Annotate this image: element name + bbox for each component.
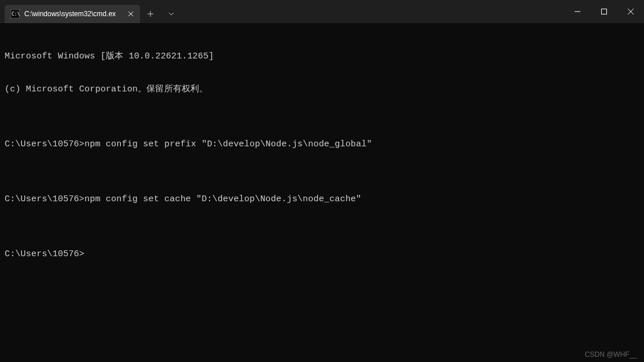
tab-strip: C:\ C:\windows\system32\cmd.ex — [0, 0, 140, 23]
watermark: CSDN @WHF__ — [585, 350, 637, 359]
minimize-button[interactable] — [564, 0, 591, 23]
maximize-button[interactable] — [591, 0, 617, 23]
terminal-prompt: C:\Users\10576> — [5, 249, 639, 260]
terminal-line: C:\Users\10576>npm config set prefix "D:… — [5, 139, 639, 150]
close-window-button[interactable] — [617, 0, 644, 23]
tab-title: C:\windows\system32\cmd.ex — [24, 10, 124, 18]
tab-cmd[interactable]: C:\ C:\windows\system32\cmd.ex — [5, 5, 140, 23]
cmd-icon: C:\ — [10, 9, 20, 19]
titlebar: C:\ C:\windows\system32\cmd.ex — [0, 0, 644, 23]
terminal-line: (c) Microsoft Corporation。保留所有权利。 — [5, 84, 639, 95]
window-controls — [564, 0, 644, 23]
new-tab-button[interactable] — [140, 5, 161, 23]
close-icon — [628, 9, 634, 14]
terminal-line: C:\Users\10576>npm config set cache "D:\… — [5, 194, 639, 205]
titlebar-drag-area[interactable] — [182, 0, 564, 23]
minimize-icon — [575, 9, 580, 14]
tab-dropdown-button[interactable] — [161, 5, 182, 23]
tab-actions — [140, 0, 182, 23]
close-icon — [128, 11, 134, 17]
svg-rect-7 — [602, 9, 607, 14]
plus-icon — [147, 10, 154, 17]
chevron-down-icon — [168, 12, 174, 16]
tab-close-button[interactable] — [126, 9, 135, 19]
maximize-icon — [601, 9, 607, 14]
terminal-line: Microsoft Windows [版本 10.0.22621.1265] — [5, 51, 639, 62]
terminal-output[interactable]: Microsoft Windows [版本 10.0.22621.1265] (… — [0, 23, 644, 362]
svg-text:C:\: C:\ — [12, 12, 20, 17]
